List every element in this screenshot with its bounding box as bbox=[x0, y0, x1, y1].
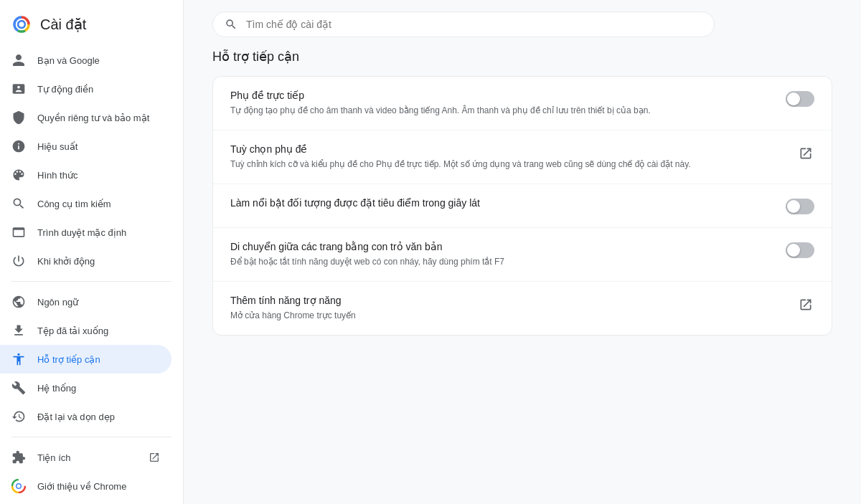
setting-text: Làm nổi bật đối tượng được đặt tiêu điểm… bbox=[230, 197, 774, 211]
app-title: Cài đặt bbox=[40, 16, 86, 33]
search-bar bbox=[212, 11, 715, 37]
chrome-icon bbox=[11, 479, 26, 493]
sidebar-item-label: Đặt lại và dọn dẹp bbox=[37, 412, 160, 422]
sidebar-item-dat-lai[interactable]: Đặt lại và dọn dẹp bbox=[0, 402, 171, 431]
search-bar-icon bbox=[225, 18, 237, 31]
svg-point-6 bbox=[19, 22, 24, 27]
sidebar-divider-1 bbox=[11, 281, 171, 282]
sidebar-item-ho-tro-tiep-can[interactable]: Hỗ trợ tiếp cận bbox=[0, 345, 171, 374]
sidebar-item-label: Tệp đã tải xuống bbox=[37, 325, 160, 336]
setting-row-them-tinh-nang: Thêm tính năng trợ năng Mở cửa hàng Chro… bbox=[213, 282, 832, 335]
puzzle-icon bbox=[11, 450, 26, 465]
sidebar-item-tep-da-tai-xuong[interactable]: Tệp đã tải xuống bbox=[0, 316, 171, 345]
search-input[interactable] bbox=[246, 19, 702, 30]
setting-description: Để bật hoặc tắt tính năng duyệt web có c… bbox=[230, 255, 774, 268]
accessibility-icon bbox=[11, 352, 26, 366]
sidebar-item-ngon-ngu[interactable]: Ngôn ngữ bbox=[0, 287, 171, 316]
search-icon bbox=[11, 196, 26, 211]
sidebar-item-ban-va-google[interactable]: Bạn và Google bbox=[0, 46, 171, 75]
external-link-icon bbox=[149, 452, 160, 463]
history-icon bbox=[11, 409, 26, 424]
setting-description: Tự động tạo phụ đề cho âm thanh và video… bbox=[230, 104, 774, 117]
sidebar-item-label: Tự động điền bbox=[37, 84, 160, 95]
sidebar-item-label: Khi khởi động bbox=[37, 256, 160, 267]
sidebar-item-trinh-duyet-mac-dinh[interactable]: Trình duyệt mặc định bbox=[0, 218, 171, 247]
toggle-lam-noi-bat[interactable] bbox=[786, 199, 814, 214]
setting-text: Phụ đề trực tiếp Tự động tạo phụ đề cho … bbox=[230, 90, 774, 117]
download-icon bbox=[11, 323, 26, 338]
badge-icon bbox=[11, 82, 26, 96]
svg-point-11 bbox=[17, 485, 21, 488]
palette-icon bbox=[11, 168, 26, 182]
setting-control bbox=[786, 90, 814, 107]
sidebar-item-hinh-thuc[interactable]: Hình thức bbox=[0, 161, 171, 189]
setting-description: Tuỳ chỉnh kích cỡ và kiểu phụ đề cho Phụ… bbox=[230, 158, 786, 171]
setting-text: Tuỳ chọn phụ đề Tuỳ chỉnh kích cỡ và kiể… bbox=[230, 143, 786, 171]
setting-label: Di chuyển giữa các trang bằng con trỏ vă… bbox=[230, 241, 774, 252]
setting-label: Thêm tính năng trợ năng bbox=[230, 295, 786, 306]
app-header: Cài đặt bbox=[0, 6, 183, 46]
toggle-phu-de-truc-tiep[interactable] bbox=[786, 91, 814, 107]
chrome-logo-icon bbox=[11, 14, 32, 34]
content-area: Hỗ trợ tiếp cận Phụ đề trực tiếp Tự động… bbox=[184, 49, 861, 364]
setting-label: Tuỳ chọn phụ đề bbox=[230, 143, 786, 155]
sidebar-item-hieu-suat[interactable]: Hiệu suất bbox=[0, 132, 171, 161]
sidebar-item-label: Công cụ tìm kiếm bbox=[37, 199, 160, 209]
sidebar-item-tu-dong-dien[interactable]: Tự động điền bbox=[0, 75, 171, 103]
main-content: Hỗ trợ tiếp cận Phụ đề trực tiếp Tự động… bbox=[184, 0, 861, 504]
external-link-button-them-tinh-nang[interactable] bbox=[797, 296, 814, 313]
sidebar-item-tien-ich[interactable]: Tiện ích bbox=[0, 443, 171, 472]
setting-row-tuy-chon-phu-de: Tuỳ chọn phụ đề Tuỳ chỉnh kích cỡ và kiể… bbox=[213, 130, 832, 184]
sidebar-item-gioi-thieu[interactable]: Giới thiệu về Chrome bbox=[0, 472, 171, 500]
power-icon bbox=[11, 254, 26, 268]
wrench-icon bbox=[11, 381, 26, 395]
section-title: Hỗ trợ tiếp cận bbox=[212, 49, 832, 65]
sidebar-item-label: Hiệu suất bbox=[37, 141, 160, 152]
sidebar-item-khi-khoi-dong[interactable]: Khi khởi động bbox=[0, 247, 171, 275]
speedometer-icon bbox=[11, 139, 26, 153]
browser-icon bbox=[11, 225, 26, 239]
sidebar-item-label: Bạn và Google bbox=[37, 55, 160, 66]
person-icon bbox=[11, 53, 26, 67]
setting-control bbox=[797, 295, 814, 313]
sidebar-item-label: Hỗ trợ tiếp cận bbox=[37, 354, 160, 365]
external-link-button-tuy-chon[interactable] bbox=[797, 145, 814, 162]
sidebar-item-label: Hệ thống bbox=[37, 383, 160, 394]
setting-label: Phụ đề trực tiếp bbox=[230, 90, 774, 101]
sidebar: Cài đặt Bạn và Google Tự động điền Quyền… bbox=[0, 0, 184, 504]
setting-text: Thêm tính năng trợ năng Mở cửa hàng Chro… bbox=[230, 295, 786, 322]
setting-control bbox=[797, 143, 814, 162]
sidebar-divider-2 bbox=[11, 437, 171, 437]
setting-description: Mở cửa hàng Chrome trực tuyến bbox=[230, 309, 786, 322]
setting-row-di-chuyen-trang: Di chuyển giữa các trang bằng con trỏ vă… bbox=[213, 228, 832, 282]
shield-icon bbox=[11, 110, 26, 125]
sidebar-item-label: Ngôn ngữ bbox=[37, 297, 160, 308]
sidebar-item-label: Hình thức bbox=[37, 170, 160, 181]
toggle-di-chuyen-trang[interactable] bbox=[786, 242, 814, 258]
settings-card: Phụ đề trực tiếp Tự động tạo phụ đề cho … bbox=[212, 76, 832, 336]
setting-control bbox=[786, 197, 814, 214]
sidebar-item-label: Tiện ích bbox=[37, 452, 137, 463]
sidebar-item-quyen-rieng-tu[interactable]: Quyền riêng tư và bảo mật bbox=[0, 103, 171, 132]
sidebar-item-cong-cu-tim-kiem[interactable]: Công cụ tìm kiếm bbox=[0, 189, 171, 218]
sidebar-item-label: Giới thiệu về Chrome bbox=[37, 481, 160, 492]
search-bar-container bbox=[184, 0, 861, 49]
sidebar-item-label: Trình duyệt mặc định bbox=[37, 227, 160, 238]
setting-control bbox=[786, 241, 814, 258]
setting-row-lam-noi-bat: Làm nổi bật đối tượng được đặt tiêu điểm… bbox=[213, 184, 832, 228]
sidebar-item-he-thong[interactable]: Hệ thống bbox=[0, 374, 171, 402]
sidebar-item-label: Quyền riêng tư và bảo mật bbox=[37, 113, 160, 123]
setting-text: Di chuyển giữa các trang bằng con trỏ vă… bbox=[230, 241, 774, 268]
setting-row-phu-de-truc-tiep: Phụ đề trực tiếp Tự động tạo phụ đề cho … bbox=[213, 77, 832, 130]
globe-icon bbox=[11, 295, 26, 309]
setting-label: Làm nổi bật đối tượng được đặt tiêu điểm… bbox=[230, 197, 774, 209]
